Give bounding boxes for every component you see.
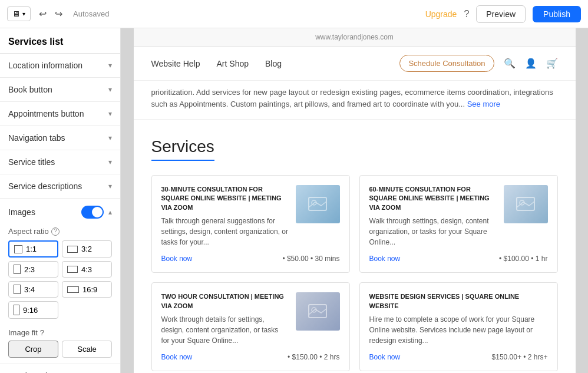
- aspect-ratio-info-icon[interactable]: ?: [51, 227, 60, 236]
- undo-button[interactable]: ↩: [35, 6, 50, 22]
- nav-link-website-help[interactable]: Website Help: [151, 59, 200, 68]
- site-nav: Website Help Art Shop Blog Schedule Cons…: [134, 47, 576, 81]
- services-section: Services 30-MINUTE CONSULTATION FOR SQUA…: [134, 120, 576, 373]
- chevron-down-icon: ▾: [108, 158, 112, 166]
- service-card-text-1: 30-MINUTE CONSULTATION FOR SQUARE ONLINE…: [161, 185, 289, 247]
- aspect-landscape-icon: [67, 266, 78, 273]
- section-appointments-header[interactable]: Appointments button ▾: [0, 102, 120, 126]
- left-panel: Services list Location information ▾ Boo…: [0, 28, 121, 373]
- section-book: Book button ▾: [0, 78, 120, 102]
- service-title-4: WEBSITE DESIGN SERVICES | SQUARE ONLINE …: [369, 292, 548, 311]
- section-appointments: Appointments button ▾: [0, 102, 120, 126]
- redo-button[interactable]: ↪: [51, 6, 66, 22]
- site-nav-right: Schedule Consultation 🔍 👤 🛒: [399, 55, 557, 72]
- aspect-label-16-9: 16:9: [82, 285, 97, 294]
- upgrade-button[interactable]: Upgrade: [425, 9, 457, 19]
- scale-button[interactable]: Scale: [62, 341, 112, 358]
- toolbar: 🖥 ▾ ↩ ↪ Autosaved Upgrade ? Preview Publ…: [0, 0, 588, 28]
- aspect-label-1-1: 1:1: [26, 245, 37, 253]
- chevron-up-icon: ▴: [108, 208, 112, 216]
- images-toggle[interactable]: [81, 206, 104, 219]
- section-book-header[interactable]: Book button ▾: [0, 78, 120, 101]
- service-title-2: 60-MINUTE CONSULTATION FOR SQUARE ONLINE…: [369, 185, 497, 212]
- service-title-3: TWO HOUR CONSULTATION | MEETING VIA ZOOM: [161, 292, 289, 311]
- book-link-3[interactable]: Book now: [161, 353, 193, 361]
- user-icon[interactable]: 👤: [525, 58, 537, 69]
- aspect-label-9-16: 9:16: [23, 306, 38, 315]
- service-footer-2: Book now • $100.00 • 1 hr: [369, 255, 548, 263]
- aspect-option-16-9[interactable]: 16:9: [62, 281, 112, 298]
- panel-title: Services list: [0, 28, 120, 54]
- images-header-right: ▴: [81, 206, 112, 219]
- toolbar-right: Upgrade ? Preview Publish: [425, 5, 581, 23]
- site-preview: www.taylorandjones.com Website Help Art …: [134, 28, 576, 373]
- right-panel: www.taylorandjones.com Website Help Art …: [121, 28, 588, 373]
- search-icon[interactable]: 🔍: [504, 58, 516, 69]
- section-nav-tabs-label: Navigation tabs: [8, 133, 65, 143]
- book-link-2[interactable]: Book now: [369, 255, 401, 263]
- section-service-desc: Service descriptions ▾: [0, 174, 120, 199]
- price-duration-1: • $50.00 • 30 mins: [282, 255, 339, 263]
- device-switcher[interactable]: 🖥 ▾: [7, 6, 31, 21]
- service-card-text-3: TWO HOUR CONSULTATION | MEETING VIA ZOOM…: [161, 292, 289, 346]
- service-card-2: 60-MINUTE CONSULTATION FOR SQUARE ONLINE…: [359, 175, 558, 273]
- aspect-option-2-3[interactable]: 2:3: [8, 261, 58, 278]
- undo-redo-group: ↩ ↪: [35, 6, 66, 22]
- aspect-option-4-3[interactable]: 4:3: [62, 261, 112, 278]
- schedule-consultation-button[interactable]: Schedule Consultation: [399, 55, 494, 72]
- service-card-text-2: 60-MINUTE CONSULTATION FOR SQUARE ONLINE…: [369, 185, 497, 247]
- section-images-header[interactable]: Images ▴: [0, 199, 120, 223]
- section-appointments-label: Appointments button: [8, 109, 84, 118]
- section-service-prices-header[interactable]: Service prices ▾: [0, 364, 120, 373]
- service-desc-4: Hire me to complete a scope of work for …: [369, 314, 548, 346]
- section-service-titles-header[interactable]: Service titles ▾: [0, 150, 120, 174]
- aspect-portrait-icon: [14, 265, 21, 274]
- section-nav-tabs-header[interactable]: Navigation tabs ▾: [0, 126, 120, 150]
- price-duration-2: • $100.00 • 1 hr: [499, 255, 547, 263]
- see-more-link[interactable]: See more: [467, 100, 500, 108]
- section-images: Images ▴ Aspect ratio ? 1:1 3:2: [0, 199, 120, 364]
- aspect-portrait-icon: [14, 285, 21, 294]
- crop-button[interactable]: Crop: [8, 341, 58, 358]
- aspect-tall-icon: [14, 305, 19, 315]
- chevron-down-icon: ▾: [108, 110, 112, 118]
- image-fit-buttons: Crop Scale: [0, 341, 120, 364]
- main-layout: Services list Location information ▾ Boo…: [0, 28, 588, 373]
- aspect-option-9-16[interactable]: 9:16: [8, 301, 58, 319]
- section-service-desc-label: Service descriptions: [8, 181, 82, 191]
- aspect-option-3-2[interactable]: 3:2: [62, 240, 112, 258]
- service-card-top-1: 30-MINUTE CONSULTATION FOR SQUARE ONLINE…: [161, 185, 340, 247]
- book-link-4[interactable]: Book now: [369, 353, 401, 361]
- section-location-header[interactable]: Location information ▾: [0, 54, 120, 77]
- aspect-option-1-1[interactable]: 1:1: [8, 240, 58, 258]
- service-footer-1: Book now • $50.00 • 30 mins: [161, 255, 340, 263]
- preview-button[interactable]: Preview: [476, 5, 526, 23]
- service-card-top-3: TWO HOUR CONSULTATION | MEETING VIA ZOOM…: [161, 292, 340, 346]
- chevron-down-icon: ▾: [108, 182, 112, 190]
- autosaved-label: Autosaved: [73, 9, 109, 18]
- service-desc-2: Walk through settings, design, content o…: [369, 216, 497, 247]
- nav-link-art-shop[interactable]: Art Shop: [217, 59, 249, 68]
- nav-link-blog[interactable]: Blog: [265, 59, 282, 68]
- publish-button[interactable]: Publish: [533, 6, 581, 22]
- section-service-prices: Service prices ▾: [0, 364, 120, 373]
- service-card-1: 30-MINUTE CONSULTATION FOR SQUARE ONLINE…: [151, 175, 350, 273]
- aspect-ratio-label: Aspect ratio ?: [0, 223, 120, 240]
- service-title-1: 30-MINUTE CONSULTATION FOR SQUARE ONLINE…: [161, 185, 289, 212]
- cart-icon[interactable]: 🛒: [546, 58, 558, 69]
- section-book-label: Book button: [8, 85, 52, 94]
- section-service-desc-header[interactable]: Service descriptions ▾: [0, 174, 120, 198]
- service-image-3: [296, 292, 340, 331]
- book-link-1[interactable]: Book now: [161, 255, 193, 263]
- service-card-top-2: 60-MINUTE CONSULTATION FOR SQUARE ONLINE…: [369, 185, 548, 247]
- aspect-option-3-4[interactable]: 3:4: [8, 281, 58, 298]
- aspect-square-icon: [14, 245, 22, 253]
- image-fit-label: Image fit ?: [0, 324, 120, 341]
- help-button[interactable]: ?: [464, 9, 469, 19]
- aspect-label-3-4: 3:4: [24, 285, 35, 294]
- image-fit-info-icon[interactable]: ?: [40, 328, 44, 337]
- price-duration-3: • $150.00 • 2 hrs: [288, 353, 339, 361]
- services-grid: 30-MINUTE CONSULTATION FOR SQUARE ONLINE…: [151, 175, 558, 371]
- price-duration-4: $150.00+ • 2 hrs+: [492, 353, 548, 361]
- aspect-label-2-3: 2:3: [24, 265, 35, 274]
